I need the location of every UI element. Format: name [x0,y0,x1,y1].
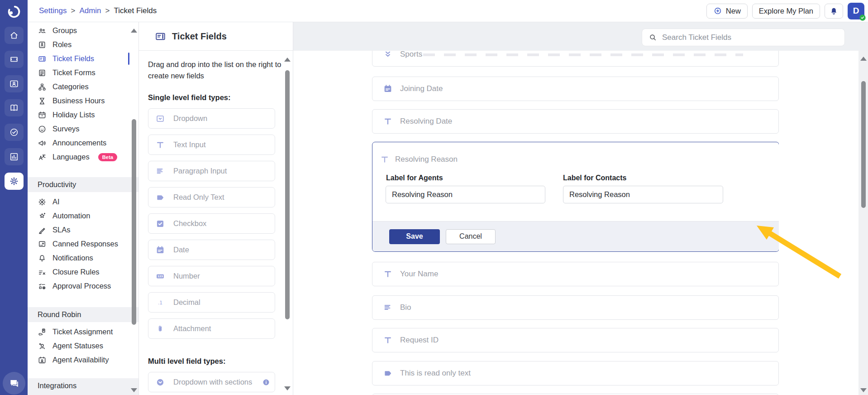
rail-tasks-button[interactable] [5,124,24,141]
palette-scroll-up-arrow[interactable] [284,58,291,62]
sidebar-item-label: Notifications [52,254,93,262]
field-type-read-only-text[interactable]: Read Only Text [148,187,275,207]
notifications-button[interactable] [825,4,843,19]
rail-analytics-button[interactable] [5,148,24,165]
rail-knowledge-base-button[interactable] [5,99,24,116]
rail-settings-button[interactable] [5,173,24,190]
field-list-scrollbar [860,22,867,395]
breadcrumb-settings-link[interactable]: Settings [39,6,67,15]
sidebar-item-business-hours[interactable]: Business Hours [28,94,138,108]
field-type-dropdown[interactable]: Dropdown [148,108,275,129]
field-type-checkbox[interactable]: Checkbox [148,213,275,234]
sidebar-item-label: Categories [52,82,89,91]
field-card-resolving-date[interactable]: Resolving Date [372,109,779,134]
dropdown-icon [155,114,165,124]
sidebar-item-slas[interactable]: SLAs [28,223,138,237]
calendar-icon [383,84,393,94]
sidebar-item-groups[interactable]: Groups [28,24,138,38]
field-type-dropdown-with-sections[interactable]: Dropdown with sections [148,372,275,392]
field-list-scroll-down-arrow[interactable] [860,388,867,392]
new-button[interactable]: New [706,4,748,19]
field-card-your-name[interactable]: Your Name [372,262,779,286]
paragraph-input-icon [155,166,165,176]
field-card-label: Sports [400,51,422,59]
rail-home-button[interactable] [5,27,24,44]
sidebar-item-label: Business Hours [52,96,105,105]
field-card-label: Bio [400,303,411,312]
field-card-request-id[interactable]: Request ID [372,328,779,352]
field-list: Sports Joining Date Resolving Date Resol… [372,51,779,395]
sidebar-item-ticket-forms[interactable]: Ticket Forms [28,66,138,80]
settings-nav-list: Groups Roles Ticket Fields Ticket Forms … [28,22,138,395]
sidebar-item-ticket-fields[interactable]: Ticket Fields [28,52,138,66]
field-type-date[interactable]: Date [148,240,275,260]
single-level-section-label: Single level field types: [148,93,293,102]
field-type-attachment[interactable]: Attachment [148,318,275,339]
rail-tickets-button[interactable] [5,51,24,68]
sidebar-item-canned-responses[interactable]: Canned Responses [28,237,138,251]
sidebar-item-closure-rules[interactable]: Closure Rules [28,265,138,279]
sidebar-item-categories[interactable]: Categories [28,80,138,94]
field-type-decimal[interactable]: .1 Decimal [148,292,275,313]
sidebar-item-agent-availability[interactable]: Agent Availability [28,353,138,367]
field-type-number[interactable]: 123 Number [148,266,275,286]
search-input[interactable]: Search Ticket Fields [642,29,844,46]
avatar[interactable]: D [848,3,864,19]
announcements-icon [38,139,47,148]
palette-scroll-down-arrow[interactable] [284,386,291,390]
label-for-agents-field[interactable] [386,186,545,203]
sidebar-item-holiday-lists[interactable]: Holiday Lists [28,108,138,122]
read-only-tag-icon [383,368,393,378]
sidebar-item-notifications[interactable]: Notifications [28,251,138,265]
save-button[interactable]: Save [389,229,440,244]
sidebar-item-surveys[interactable]: Surveys [28,122,138,136]
canned-responses-icon [38,240,47,249]
palette-scrollbar [284,22,291,395]
breadcrumb-admin-link[interactable]: Admin [79,6,101,15]
sidebar-item-label: Announcements [52,139,106,147]
nav-scroll-down-arrow[interactable] [131,388,137,392]
field-card-sports[interactable]: Sports [372,51,779,67]
sidebar-item-approval-process[interactable]: Approval Process [28,279,138,293]
chat-support-button[interactable] [3,372,25,395]
label-for-contacts-label: Label for Contacts [563,174,626,182]
knowledge-base-icon [9,103,19,113]
plus-circle-icon [713,6,722,15]
info-icon[interactable] [261,378,271,387]
field-card-read-only-text[interactable]: This is read only text [372,361,779,385]
sidebar-item-ticket-assignment[interactable]: Ticket Assignment [28,325,138,339]
sidebar-item-agent-statuses[interactable]: Agent Statuses [28,339,138,353]
bell-icon [829,6,839,16]
nav-scroll-up-arrow[interactable] [131,29,137,33]
breadcrumb-current-page: Ticket Fields [114,6,157,15]
rail-contacts-button[interactable] [5,75,24,92]
sidebar-item-automation[interactable]: Automation [28,209,138,223]
field-editor-title-row: Resolving Reason [372,142,779,164]
agent-statuses-icon [38,342,47,351]
field-type-text-input[interactable]: Text Input [148,135,275,155]
field-type-label: Paragraph Input [173,167,227,175]
field-list-scroll-up-arrow[interactable] [860,57,867,61]
text-input-icon [155,140,165,150]
cancel-button[interactable]: Cancel [446,229,496,244]
sidebar-item-label: Ticket Fields [52,54,94,63]
field-card-joining-date[interactable]: Joining Date [372,77,779,101]
drag-placeholder-dashes [423,53,743,56]
ai-icon [38,198,47,207]
palette-scrollbar-thumb[interactable] [285,70,290,319]
sidebar-item-languages[interactable]: Languages Beta [28,150,138,164]
explore-my-plan-button[interactable]: Explore My Plan [752,4,820,19]
field-palette-body: Drag and drop into the list on the right… [139,51,293,392]
field-card-bio[interactable]: Bio [372,295,779,320]
sidebar-item-label: AI [52,198,60,206]
nav-scrollbar-thumb[interactable] [132,119,136,325]
sidebar-item-roles[interactable]: Roles [28,38,138,52]
field-type-paragraph-input[interactable]: Paragraph Input [148,161,275,181]
field-card-label: Request ID [400,336,439,345]
label-for-contacts-field[interactable] [563,186,723,203]
sidebar-item-ai[interactable]: AI [28,195,138,209]
categories-icon [38,82,47,92]
sidebar-item-announcements[interactable]: Announcements [28,136,138,150]
palette-description: Drag and drop into the list on the right… [148,59,285,82]
field-list-scrollbar-thumb[interactable] [861,81,866,208]
